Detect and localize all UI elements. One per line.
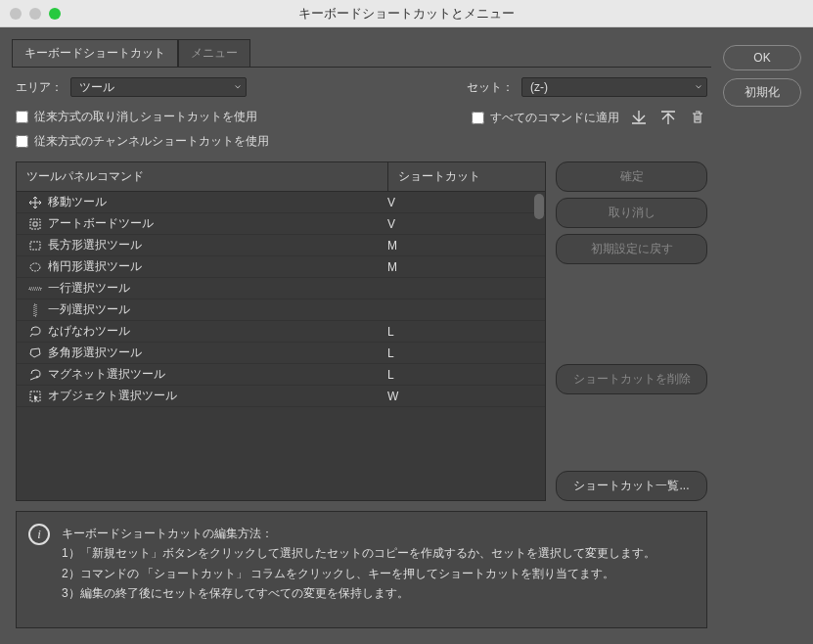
table-row[interactable]: 一行選択ツール bbox=[17, 278, 545, 299]
command-cell: アートボードツール bbox=[23, 215, 387, 232]
row-marquee-icon bbox=[26, 281, 44, 297]
shortcut-cell[interactable]: L bbox=[387, 346, 539, 360]
info-line-1: 1）「新規セット」ボタンをクリックして選択したセットのコピーを作成するか、セット… bbox=[62, 543, 655, 563]
info-heading: キーボードショートカットの編集方法： bbox=[62, 524, 655, 543]
shortcut-cell[interactable]: V bbox=[387, 217, 539, 231]
table-row[interactable]: 一列選択ツール bbox=[17, 299, 545, 321]
undo-button[interactable]: 取り消し bbox=[556, 198, 707, 228]
table-row[interactable]: 楕円形選択ツールM bbox=[17, 256, 545, 278]
maximize-window-button[interactable] bbox=[49, 8, 61, 20]
command-cell: 一列選択ツール bbox=[23, 301, 387, 318]
reset-default-button[interactable]: 初期設定に戻す bbox=[556, 234, 707, 264]
area-label: エリア： bbox=[16, 79, 63, 96]
object-select-icon bbox=[26, 389, 44, 404]
tab-keyboard-shortcuts[interactable]: キーボードショートカット bbox=[12, 39, 178, 67]
command-cell: 一行選択ツール bbox=[23, 280, 387, 297]
reset-button[interactable]: 初期化 bbox=[723, 78, 801, 107]
table-row[interactable]: オブジェクト選択ツールW bbox=[17, 386, 545, 407]
save-set-icon[interactable] bbox=[629, 109, 649, 126]
move-icon bbox=[26, 195, 44, 210]
poly-lasso-icon bbox=[26, 345, 44, 361]
col-marquee-icon bbox=[26, 302, 44, 318]
svg-point-5 bbox=[36, 376, 38, 378]
shortcuts-table: ツールパネルコマンド ショートカット 移動ツールVアートボードツールV長方形選択… bbox=[16, 161, 546, 501]
shortcut-list-button[interactable]: ショートカット一覧... bbox=[556, 471, 707, 501]
table-row[interactable]: 多角形選択ツールL bbox=[17, 343, 545, 364]
confirm-button[interactable]: 確定 bbox=[556, 161, 707, 192]
table-body: 移動ツールVアートボードツールV長方形選択ツールM楕円形選択ツールM一行選択ツー… bbox=[17, 192, 545, 500]
lasso-icon bbox=[26, 324, 44, 340]
svg-rect-1 bbox=[30, 242, 40, 250]
shortcut-cell[interactable]: L bbox=[387, 368, 539, 382]
legacy-channel-checkbox[interactable]: 従来方式のチャンネルショートカットを使用 bbox=[16, 133, 269, 150]
ellipse-marquee-icon bbox=[26, 259, 44, 275]
legacy-undo-checkbox[interactable]: 従来方式の取り消しショートカットを使用 bbox=[16, 109, 269, 125]
shortcut-cell[interactable]: M bbox=[387, 260, 539, 274]
ok-button[interactable]: OK bbox=[723, 45, 801, 70]
column-header-shortcut[interactable]: ショートカット bbox=[388, 162, 545, 191]
shortcut-cell[interactable]: W bbox=[387, 390, 539, 403]
command-cell: 多角形選択ツール bbox=[23, 345, 387, 361]
column-header-command[interactable]: ツールパネルコマンド bbox=[17, 162, 388, 191]
new-set-icon[interactable] bbox=[658, 109, 678, 126]
close-window-button[interactable] bbox=[10, 8, 22, 20]
shortcut-cell[interactable]: M bbox=[387, 239, 539, 253]
delete-set-icon[interactable] bbox=[688, 109, 707, 126]
tab-menus[interactable]: メニュー bbox=[178, 39, 250, 67]
rect-marquee-icon bbox=[26, 238, 44, 253]
artboard-icon bbox=[26, 216, 44, 232]
svg-point-2 bbox=[30, 263, 40, 271]
scrollbar-thumb[interactable] bbox=[534, 194, 544, 219]
svg-rect-0 bbox=[30, 219, 40, 229]
command-cell: なげなわツール bbox=[23, 323, 387, 340]
svg-rect-3 bbox=[29, 288, 41, 290]
command-cell: マグネット選択ツール bbox=[23, 366, 387, 383]
table-row[interactable]: 長方形選択ツールM bbox=[17, 235, 545, 256]
svg-rect-4 bbox=[34, 304, 36, 316]
info-panel: i キーボードショートカットの編集方法： 1）「新規セット」ボタンをクリックして… bbox=[16, 511, 707, 628]
shortcut-cell[interactable]: L bbox=[387, 325, 539, 339]
table-row[interactable]: 移動ツールV bbox=[17, 192, 545, 213]
command-cell: 長方形選択ツール bbox=[23, 237, 387, 253]
shortcut-cell[interactable]: V bbox=[387, 196, 539, 209]
apply-all-checkbox[interactable]: すべてのコマンドに適用 bbox=[472, 110, 619, 126]
set-label: セット： bbox=[467, 79, 514, 96]
tab-bar: キーボードショートカット メニュー bbox=[12, 39, 711, 68]
minimize-window-button[interactable] bbox=[29, 8, 41, 20]
titlebar: キーボードショートカットとメニュー bbox=[0, 0, 813, 27]
command-cell: 移動ツール bbox=[23, 194, 387, 210]
window-title: キーボードショートカットとメニュー bbox=[0, 5, 813, 23]
area-select[interactable]: ツール bbox=[70, 77, 247, 97]
table-row[interactable]: アートボードツールV bbox=[17, 213, 545, 235]
magnetic-lasso-icon bbox=[26, 367, 44, 383]
table-row[interactable]: なげなわツールL bbox=[17, 321, 545, 343]
info-line-2: 2）コマンドの 「ショートカット」 コラムをクリックし、キーを押してショートカッ… bbox=[62, 564, 655, 583]
table-row[interactable]: マグネット選択ツールL bbox=[17, 364, 545, 386]
delete-shortcut-button[interactable]: ショートカットを削除 bbox=[556, 364, 707, 394]
command-cell: オブジェクト選択ツール bbox=[23, 388, 387, 404]
set-select[interactable]: (z-) bbox=[521, 77, 707, 97]
command-cell: 楕円形選択ツール bbox=[23, 258, 387, 275]
info-line-3: 3）編集の終了後にセットを保存してすべての変更を保持します。 bbox=[62, 583, 655, 603]
info-icon: i bbox=[28, 524, 50, 545]
